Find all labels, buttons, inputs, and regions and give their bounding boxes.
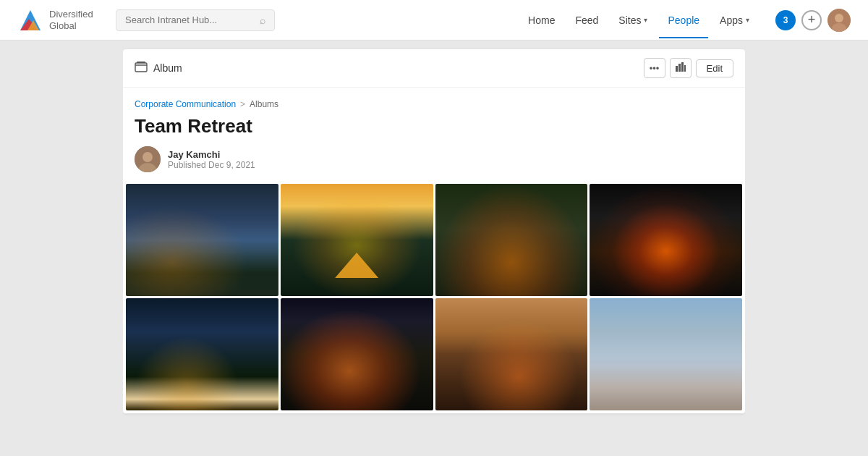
main-content: Album ••• <box>123 41 745 456</box>
search-icon: ⌕ <box>260 14 265 26</box>
svg-rect-10 <box>678 64 681 72</box>
widget-title: Album <box>153 62 182 74</box>
photo-1[interactable] <box>126 184 278 296</box>
album-icon <box>135 61 148 75</box>
nav-item-feed[interactable]: Feed <box>566 9 607 32</box>
svg-rect-7 <box>135 63 147 72</box>
more-options-button[interactable]: ••• <box>644 58 665 78</box>
widget-header: Album ••• <box>123 49 745 88</box>
svg-rect-8 <box>137 62 145 63</box>
page-body: Album ••• <box>0 41 868 456</box>
page-title: Team Retreat <box>123 112 745 143</box>
svg-rect-11 <box>681 62 684 72</box>
photo-2[interactable] <box>281 184 433 296</box>
avatar-image <box>827 9 851 32</box>
search-input[interactable] <box>125 14 254 25</box>
analytics-button[interactable] <box>670 58 692 78</box>
user-avatar[interactable] <box>827 9 851 32</box>
breadcrumb: Corporate Communication > Albums <box>123 88 745 112</box>
photo-8[interactable] <box>590 298 742 410</box>
logo-icon <box>17 7 43 33</box>
nav-item-apps[interactable]: Apps ▾ <box>711 9 758 32</box>
widget-title-area: Album <box>135 61 182 75</box>
photo-6[interactable] <box>281 298 433 410</box>
photo-5[interactable] <box>126 298 278 410</box>
sites-chevron-icon: ▾ <box>644 16 647 24</box>
breadcrumb-separator: > <box>240 99 245 109</box>
photo-grid <box>123 184 745 413</box>
logo-text: Diversified Global <box>49 9 93 31</box>
photo-3[interactable] <box>435 184 588 296</box>
main-nav: Home Feed Sites ▾ People Apps ▾ <box>519 9 758 32</box>
nav-item-people[interactable]: People <box>659 9 708 32</box>
header: Diversified Global ⌕ Home Feed Sites ▾ P… <box>0 0 868 41</box>
svg-point-5 <box>835 14 843 22</box>
add-button[interactable]: + <box>801 10 822 30</box>
logo[interactable]: Diversified Global <box>17 7 104 33</box>
apps-chevron-icon: ▾ <box>746 16 749 24</box>
breadcrumb-parent[interactable]: Corporate Communication <box>135 99 236 109</box>
svg-rect-12 <box>684 65 686 72</box>
breadcrumb-current: Albums <box>250 99 278 109</box>
photo-4[interactable] <box>590 184 742 296</box>
widget-actions: ••• Edit <box>644 58 733 78</box>
author-date: Published Dec 9, 2021 <box>168 160 255 170</box>
nav-item-sites[interactable]: Sites ▾ <box>610 9 656 32</box>
author-row: Jay Kamchi Published Dec 9, 2021 <box>123 143 745 184</box>
author-name: Jay Kamchi <box>168 149 255 160</box>
search-bar[interactable]: ⌕ <box>116 9 275 31</box>
edit-button[interactable]: Edit <box>696 59 733 77</box>
left-sidebar <box>0 41 123 456</box>
album-card: Album ••• <box>123 49 745 413</box>
nav-item-home[interactable]: Home <box>519 9 563 32</box>
svg-point-14 <box>142 152 153 162</box>
right-sidebar <box>745 41 868 456</box>
author-avatar <box>135 146 161 172</box>
header-actions: 3 + <box>775 9 851 32</box>
photo-7[interactable] <box>435 298 588 410</box>
author-info: Jay Kamchi Published Dec 9, 2021 <box>168 149 255 170</box>
notification-badge[interactable]: 3 <box>775 10 796 30</box>
plus-icon: + <box>808 12 816 28</box>
svg-rect-9 <box>676 66 678 72</box>
bar-chart-icon <box>676 62 686 74</box>
ellipsis-icon: ••• <box>650 63 660 74</box>
